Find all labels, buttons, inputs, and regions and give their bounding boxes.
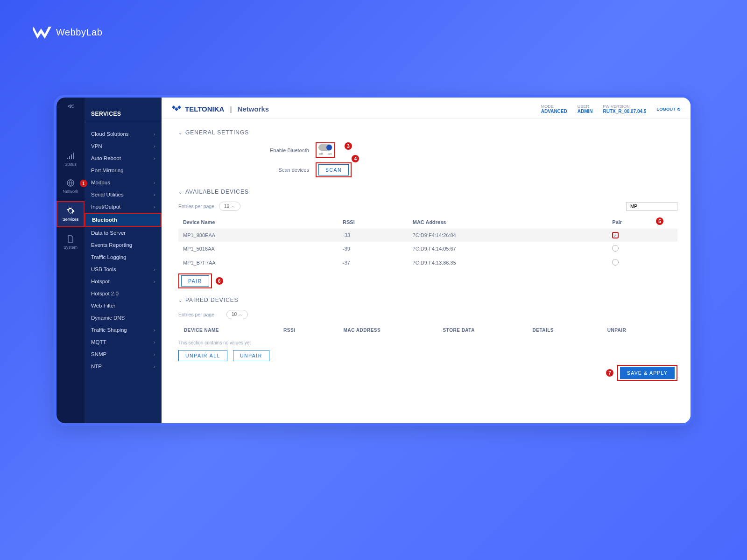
unpair-all-button[interactable]: UNPAIR ALL (178, 350, 227, 361)
rail-status[interactable]: Status (56, 147, 85, 171)
chevron-right-icon: › (154, 328, 155, 333)
sidebar-item-bluetooth[interactable]: Bluetooth (85, 213, 162, 227)
app-frame: ≪ Status Network Services System SERVICE… (54, 95, 693, 426)
chevron-down-icon: ⌄ (178, 130, 183, 135)
annotation-4: 4 (352, 155, 359, 162)
collapse-toggle[interactable]: ≪ (67, 102, 74, 110)
enable-bluetooth-toggle[interactable] (318, 144, 332, 151)
pair-checkbox[interactable] (612, 259, 619, 266)
chevron-up-icon: ︿ (238, 312, 243, 317)
table-row[interactable]: MP1_5016AA -39 7C:D9:F4:14:05:67 (178, 242, 677, 256)
mode-indicator[interactable]: MODEADVANCED (541, 104, 567, 114)
sidebar-item-autoreboot[interactable]: Auto Reboot› (85, 152, 162, 164)
chevron-right-icon: › (154, 267, 155, 272)
unpair-button[interactable]: UNPAIR (233, 350, 269, 361)
gear-icon (66, 207, 75, 215)
enable-bluetooth-label: Enable Bluetooth (178, 147, 309, 153)
sidebar-item-vpn[interactable]: VPN› (85, 140, 162, 152)
sidebar-item-ddns[interactable]: Dynamic DNS (85, 312, 162, 324)
sidebar-item-hotspot[interactable]: Hotspot› (85, 275, 162, 287)
chevron-right-icon: › (154, 279, 155, 284)
outer-brand: WebbyLab (0, 0, 747, 39)
entries-select[interactable]: 10 ︿ (226, 310, 248, 319)
pair-checkbox[interactable]: ✓ (612, 232, 619, 238)
chevron-up-icon: ︿ (231, 203, 235, 209)
rail-services[interactable]: Services (56, 201, 85, 227)
chevron-down-icon: ⌄ (178, 298, 183, 303)
nav-rail: ≪ Status Network Services System (56, 98, 85, 423)
table-row[interactable]: MP1_B7F7AA -37 7C:D9:F4:13:86:35 (178, 256, 677, 270)
topbar: TELTONIKA | Networks MODEADVANCED USERAD… (162, 98, 691, 119)
annotation-5: 5 (656, 217, 663, 225)
pair-checkbox[interactable] (612, 245, 619, 252)
paired-devices-header[interactable]: ⌄PAIRED DEVICES (178, 297, 677, 303)
col-device-name: Device Name (178, 216, 338, 229)
globe-icon (66, 179, 75, 187)
rail-network[interactable]: Network (56, 174, 85, 198)
brand-text: WebbyLab (56, 27, 102, 38)
save-apply-button[interactable]: SAVE & APPLY (620, 367, 675, 379)
sidebar-item-cloud[interactable]: Cloud Solutions› (85, 128, 162, 140)
entries-label: Entries per page (178, 203, 214, 209)
sidebar-item-shaping[interactable]: Traffic Shaping› (85, 324, 162, 336)
brand-logo: TELTONIKA | Networks (172, 105, 269, 113)
webbylab-logo-icon (33, 26, 51, 39)
sidebar-item-ntp[interactable]: NTP› (85, 360, 162, 372)
chevron-right-icon: › (154, 132, 155, 137)
sidebar-item-io[interactable]: Input/Output › 2 (85, 201, 162, 213)
chevron-right-icon: › (154, 340, 155, 345)
scan-button[interactable]: SCAN (318, 164, 349, 175)
sidebar-item-snmp[interactable]: SNMP› (85, 348, 162, 360)
scan-highlight: SCAN (316, 162, 352, 177)
sidebar-item-hotspot2[interactable]: Hotspot 2.0 (85, 287, 162, 300)
sidebar-title: SERVICES (85, 111, 162, 122)
save-highlight: SAVE & APPLY (617, 365, 677, 381)
annotation-6: 6 (216, 277, 223, 285)
enable-bluetooth-highlight: offon (316, 142, 335, 158)
teltonika-logo-icon (172, 105, 181, 113)
col-rssi: RSSI (338, 216, 408, 229)
chevron-right-icon: › (154, 144, 155, 149)
fw-indicator: FW VERSIONRUTX_R_00.07.04.5 (603, 104, 647, 114)
chevron-right-icon: › (154, 192, 155, 197)
sidebar-item-traffic[interactable]: Traffic Logging (85, 251, 162, 263)
pair-highlight: PAIR (178, 273, 212, 288)
chevron-down-icon: ⌄ (178, 189, 183, 195)
sidebar-item-data[interactable]: Data to Server (85, 227, 162, 239)
filter-input[interactable] (626, 202, 677, 211)
available-devices-header[interactable]: ⌄AVAILABLE DEVICES (178, 189, 677, 195)
chevron-right-icon: › (154, 364, 155, 369)
chevron-right-icon: › (154, 352, 155, 357)
annotation-3: 3 (345, 142, 352, 150)
logout-link[interactable]: LOGOUT⎋ (656, 104, 680, 114)
sidebar-item-mqtt[interactable]: MQTT› (85, 336, 162, 348)
sidebar: SERVICES Cloud Solutions› VPN› Auto Rebo… (85, 98, 162, 423)
logout-icon: ⎋ (677, 106, 680, 112)
entries-select[interactable]: 10 ︿ (219, 202, 240, 211)
chevron-right-icon: › (154, 156, 155, 161)
chevron-right-icon: › (154, 204, 155, 210)
scan-devices-label: Scan devices (178, 167, 309, 173)
general-settings-header[interactable]: ⌄GENERAL SETTINGS (178, 129, 677, 136)
col-mac: MAC Address (408, 216, 608, 229)
paired-devices-table: DEVICE NAME RSSI MAC ADDRESS STORE DATA … (178, 324, 677, 336)
sidebar-item-webfilter[interactable]: Web Filter (85, 300, 162, 312)
main: TELTONIKA | Networks MODEADVANCED USERAD… (162, 98, 691, 423)
annotation-1: 1 (80, 180, 87, 187)
sidebar-item-usb[interactable]: USB Tools› (85, 263, 162, 275)
annotation-7: 7 (606, 369, 613, 377)
col-pair: Pair5 (607, 216, 677, 229)
sidebar-item-serial[interactable]: Serial Utilities› (85, 189, 162, 201)
table-row[interactable]: MP1_980EAA -33 7C:D9:F4:14:26:84 ✓ (178, 229, 677, 242)
sidebar-item-modbus[interactable]: 1Modbus › (85, 176, 162, 189)
pair-button[interactable]: PAIR (181, 275, 209, 287)
rail-system[interactable]: System (56, 230, 85, 254)
sidebar-item-events[interactable]: Events Reporting (85, 239, 162, 251)
paired-empty-text: This section contains no values yet (178, 340, 677, 345)
sidebar-item-portmirror[interactable]: Port Mirroring (85, 164, 162, 176)
entries-label: Entries per page (178, 312, 214, 317)
available-devices-table: Device Name RSSI MAC Address Pair5 MP1_9… (178, 216, 677, 270)
chevron-right-icon: › (154, 180, 155, 185)
signal-icon (66, 152, 75, 160)
topbar-meta: MODEADVANCED USERADMIN FW VERSIONRUTX_R_… (541, 104, 680, 114)
